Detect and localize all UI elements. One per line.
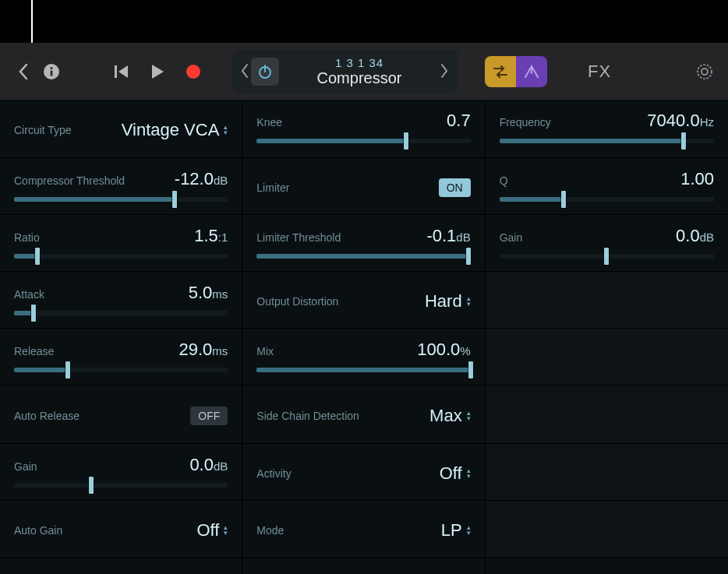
- svg-point-7: [698, 65, 712, 79]
- sc-gain-slider[interactable]: Gain0.0dB: [486, 215, 728, 272]
- attack-slider[interactable]: Attack5.0ms: [0, 272, 242, 329]
- toggle-pill[interactable]: ON: [439, 178, 471, 197]
- param-label: Limiter: [256, 181, 289, 194]
- knee-slider[interactable]: Knee0.7: [242, 100, 484, 158]
- param-label: Q: [500, 174, 508, 187]
- updown-icon: ▴▾: [224, 125, 228, 136]
- skip-back-button[interactable]: [112, 62, 131, 81]
- slider-track[interactable]: [14, 368, 228, 372]
- param-unit: dB: [700, 231, 714, 244]
- effect-title-box: 1 3 1 34 Compressor: [232, 50, 458, 93]
- empty-cell: [486, 501, 728, 558]
- toolbar: 1 3 1 34 Compressor FX: [0, 43, 728, 100]
- slider-track[interactable]: [14, 254, 228, 259]
- param-unit: %: [460, 344, 470, 357]
- side-chain-dropdown[interactable]: Side Chain Detection Max▴▾: [242, 386, 484, 444]
- updown-icon: ▴▾: [467, 296, 471, 307]
- param-label: Frequency: [500, 116, 551, 129]
- next-effect-button[interactable]: [440, 63, 451, 80]
- param-label: Output Distortion: [256, 295, 338, 308]
- slider-track[interactable]: [14, 197, 228, 202]
- param-label: Side Chain Detection: [256, 410, 359, 422]
- param-value: LP: [441, 520, 462, 541]
- param-value: Off: [440, 463, 462, 484]
- slot-numbers: 1 3 1 34: [279, 56, 440, 69]
- gain-slider[interactable]: Gain0.0dB: [0, 444, 242, 501]
- param-column-1: Circuit Type Vintage VCA▴▾ Compressor Th…: [0, 100, 242, 574]
- updown-icon: ▴▾: [224, 525, 228, 536]
- param-value: 7040.0: [647, 111, 699, 130]
- play-button[interactable]: [148, 62, 167, 81]
- param-label: Ratio: [14, 231, 40, 244]
- param-label: Gain: [500, 231, 523, 244]
- slider-track[interactable]: [256, 254, 470, 259]
- mode-dropdown[interactable]: Mode LP▴▾: [242, 501, 484, 558]
- slider-track[interactable]: [256, 368, 470, 372]
- compare-toggle: [485, 56, 547, 87]
- effect-title[interactable]: 1 3 1 34 Compressor: [279, 56, 440, 87]
- param-unit: ms: [212, 344, 228, 357]
- param-value: 1.5: [194, 226, 218, 245]
- record-button[interactable]: [184, 62, 203, 81]
- mix-slider[interactable]: Mix100.0%: [242, 329, 484, 386]
- param-value: 1.00: [680, 169, 714, 188]
- param-label: Auto Gain: [14, 524, 62, 537]
- param-value: 0.0: [676, 226, 700, 245]
- limiter-threshold-slider[interactable]: Limiter Threshold-0.1dB: [242, 215, 484, 272]
- slider-track[interactable]: [14, 311, 228, 315]
- power-toggle[interactable]: [251, 58, 279, 86]
- output-distortion-dropdown[interactable]: Output Distortion Hard▴▾: [242, 272, 484, 329]
- toggle-pill[interactable]: OFF: [190, 407, 228, 425]
- slider-track[interactable]: [500, 197, 714, 202]
- param-label: Circuit Type: [14, 124, 72, 136]
- fx-tab[interactable]: FX: [588, 62, 611, 82]
- transport-controls: [112, 62, 203, 81]
- svg-rect-3: [115, 65, 117, 78]
- settings-gear-icon[interactable]: [695, 62, 714, 81]
- compare-b-button[interactable]: [516, 56, 547, 87]
- param-unit: ms: [212, 287, 228, 301]
- release-slider[interactable]: Release29.0ms: [0, 329, 242, 386]
- param-column-2: Knee0.7 Limiter ON Limiter Threshold-0.1…: [242, 100, 485, 574]
- param-column-3: Frequency7040.0Hz Q1.00 Gain0.0dB: [486, 100, 728, 574]
- param-value: 29.0: [179, 340, 213, 359]
- compressor-threshold-slider[interactable]: Compressor Threshold-12.0dB: [0, 158, 242, 215]
- empty-cell: [486, 329, 728, 386]
- slider-track[interactable]: [256, 139, 470, 143]
- param-label: Mode: [256, 524, 284, 537]
- param-label: Limiter Threshold: [256, 231, 341, 244]
- empty-cell: [486, 272, 728, 329]
- circuit-type-dropdown[interactable]: Circuit Type Vintage VCA▴▾: [0, 100, 242, 158]
- frequency-slider[interactable]: Frequency7040.0Hz: [486, 100, 728, 158]
- activity-dropdown[interactable]: Activity Off▴▾: [242, 444, 484, 501]
- param-label: Release: [14, 345, 54, 357]
- auto-release-toggle[interactable]: Auto Release OFF: [0, 386, 242, 444]
- info-icon[interactable]: [42, 62, 61, 81]
- param-value: -0.1: [426, 226, 456, 245]
- limiter-toggle[interactable]: Limiter ON: [242, 158, 484, 215]
- slider-track[interactable]: [500, 254, 714, 259]
- param-label: Mix: [256, 345, 274, 357]
- svg-rect-2: [51, 70, 53, 76]
- back-button[interactable]: [14, 62, 33, 81]
- svg-point-4: [186, 65, 200, 79]
- slider-track[interactable]: [14, 483, 228, 488]
- param-label: Gain: [14, 460, 37, 473]
- auto-gain-dropdown[interactable]: Auto Gain Off▴▾: [0, 501, 242, 558]
- slider-track[interactable]: [500, 139, 714, 143]
- text-cursor: [31, 0, 33, 43]
- prev-effect-button[interactable]: [240, 63, 251, 80]
- empty-cell: [486, 444, 728, 501]
- compare-a-button[interactable]: [485, 56, 516, 87]
- svg-point-8: [701, 69, 708, 75]
- ratio-slider[interactable]: Ratio1.5:1: [0, 215, 242, 272]
- parameter-grid: Circuit Type Vintage VCA▴▾ Compressor Th…: [0, 100, 728, 574]
- blackbar-top: [0, 0, 728, 43]
- q-slider[interactable]: Q1.00: [486, 158, 728, 215]
- param-unit: :1: [218, 231, 228, 244]
- svg-point-1: [51, 67, 53, 69]
- param-unit: dB: [214, 174, 228, 187]
- param-value: 5.0: [189, 283, 213, 302]
- param-value: Max: [429, 406, 462, 426]
- param-label: Compressor Threshold: [14, 174, 125, 187]
